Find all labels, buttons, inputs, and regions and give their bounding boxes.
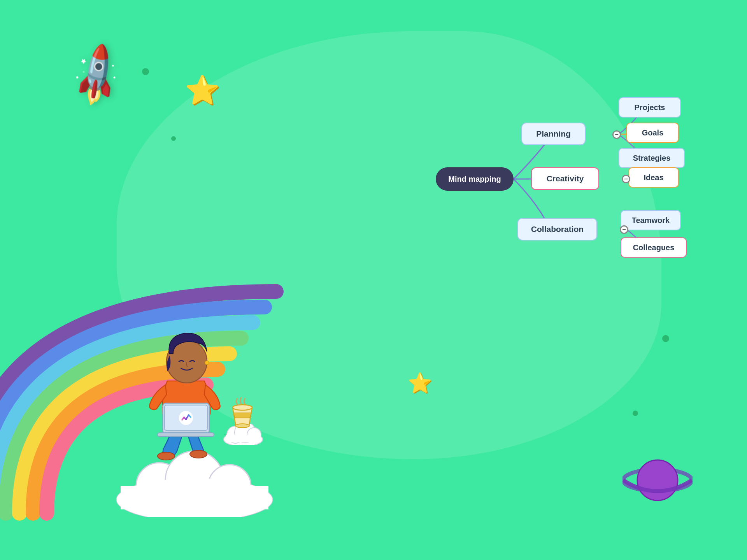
mindmap-teamwork-node[interactable]: Teamwork: [621, 210, 681, 230]
decoration-dot-2: [171, 136, 176, 141]
planning-label: Planning: [536, 129, 571, 139]
teamwork-label: Teamwork: [632, 216, 670, 225]
star-small: ⭐: [408, 373, 432, 393]
rocket-decoration: 🚀: [60, 40, 133, 111]
svg-point-14: [190, 450, 207, 458]
star-large: ⭐: [185, 76, 220, 104]
center-label: Mind mapping: [448, 175, 501, 184]
creativity-label: Creativity: [547, 174, 584, 183]
mindmap-colleagues-node[interactable]: Colleagues: [621, 237, 687, 258]
planet-saturn: [622, 447, 693, 509]
mindmap-container: Mind mapping Planning − Creativity − Col…: [428, 62, 724, 304]
svg-point-20: [179, 411, 193, 425]
decoration-dot-1: [142, 68, 149, 75]
collaboration-connector[interactable]: −: [620, 225, 628, 234]
mindmap-collaboration-node[interactable]: Collaboration: [517, 218, 597, 241]
person-illustration: [121, 317, 257, 465]
svg-point-23: [637, 460, 678, 500]
svg-rect-5: [121, 486, 268, 509]
planning-connector[interactable]: −: [612, 130, 621, 139]
colleagues-label: Colleagues: [633, 243, 675, 252]
mindmap-ideas-node[interactable]: Ideas: [628, 167, 679, 188]
decoration-dot-4: [662, 335, 669, 342]
svg-point-13: [158, 452, 175, 460]
decoration-dot-3: [633, 411, 638, 416]
mindmap-strategies-node[interactable]: Strategies: [619, 148, 685, 168]
svg-point-17: [205, 361, 209, 365]
strategies-label: Strategies: [633, 154, 671, 163]
projects-label: Projects: [635, 103, 665, 112]
mindmap-creativity-node[interactable]: Creativity: [531, 167, 599, 190]
collaboration-label: Collaboration: [531, 225, 584, 234]
svg-rect-21: [158, 433, 214, 437]
goals-label: Goals: [642, 128, 664, 137]
mindmap-projects-node[interactable]: Projects: [619, 97, 681, 118]
ideas-label: Ideas: [644, 173, 663, 182]
creativity-connector[interactable]: −: [622, 175, 630, 183]
mindmap-goals-node[interactable]: Goals: [626, 123, 679, 143]
mindmap-planning-node[interactable]: Planning: [521, 123, 586, 145]
mindmap-center-node[interactable]: Mind mapping: [436, 167, 514, 191]
